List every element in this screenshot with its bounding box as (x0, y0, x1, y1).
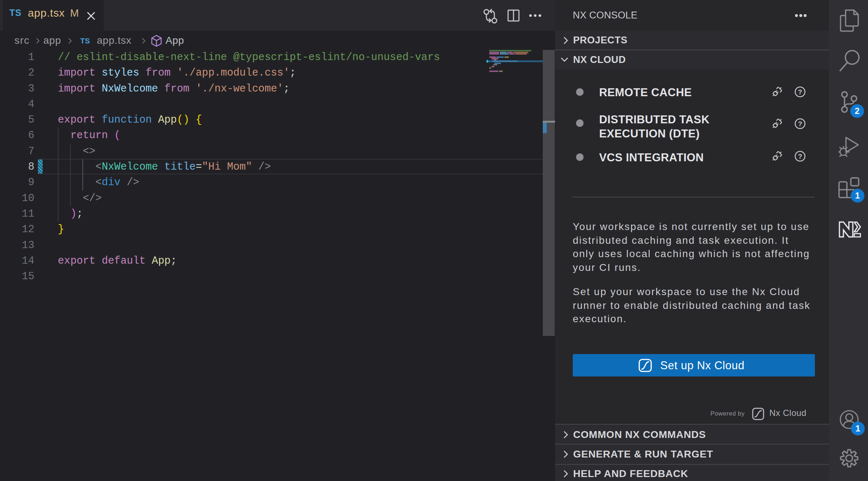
svg-text:?: ? (798, 120, 802, 128)
svg-text:?: ? (798, 153, 802, 160)
svg-text:?: ? (798, 88, 802, 96)
